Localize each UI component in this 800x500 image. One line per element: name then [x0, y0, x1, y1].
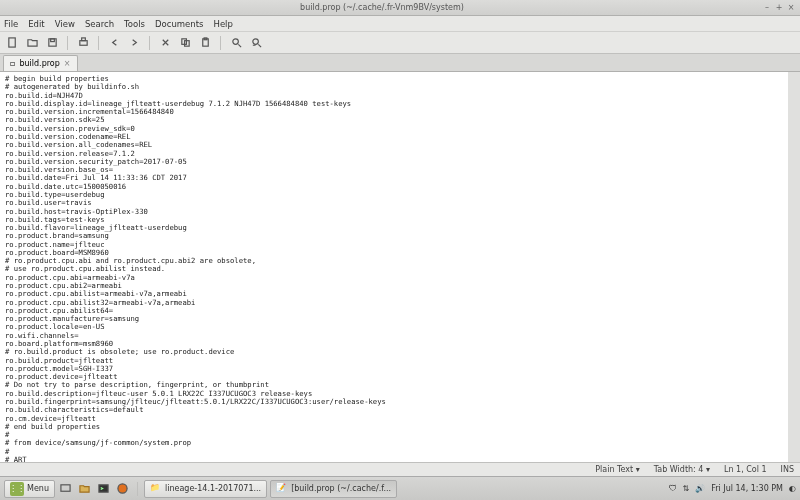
maximize-button[interactable]: + — [774, 3, 784, 13]
menu-tools[interactable]: Tools — [124, 19, 145, 29]
close-button[interactable]: × — [786, 3, 796, 13]
menu-search[interactable]: Search — [85, 19, 114, 29]
toolbar-separator — [98, 36, 99, 50]
editor-content[interactable]: # begin build properties # autogenerated… — [0, 72, 788, 462]
open-file-icon[interactable] — [24, 35, 40, 51]
system-tray: 🛡 ⇅ 🔊 Fri Jul 14, 1:30 PM ◐ — [669, 484, 796, 493]
tabwidth-selector[interactable]: Tab Width: 4 ▾ — [654, 465, 710, 474]
undo-icon[interactable] — [106, 35, 122, 51]
menu-view[interactable]: View — [55, 19, 75, 29]
statusbar: Plain Text ▾ Tab Width: 4 ▾ Ln 1, Col 1 … — [0, 462, 800, 476]
insert-mode: INS — [781, 465, 794, 474]
task-editor[interactable]: 📝 [build.prop (~/.cache/.f... — [270, 480, 397, 498]
find-replace-icon[interactable] — [248, 35, 264, 51]
menu-file[interactable]: File — [4, 19, 18, 29]
svg-rect-0 — [8, 38, 14, 47]
menu-button[interactable]: ⋮⋮ Menu — [4, 480, 55, 498]
files-icon[interactable] — [77, 481, 93, 497]
svg-rect-1 — [48, 39, 55, 46]
menu-edit[interactable]: Edit — [28, 19, 44, 29]
syntax-selector[interactable]: Plain Text ▾ — [595, 465, 640, 474]
menubar: File Edit View Search Tools Documents He… — [0, 16, 800, 32]
task-filemanager[interactable]: 📁 lineage-14.1-2017071... — [144, 480, 267, 498]
scrollbar-thumb[interactable] — [790, 74, 798, 104]
tab-bar: ▫ build.prop × — [0, 54, 800, 72]
firefox-icon[interactable] — [115, 481, 131, 497]
taskbar: ⋮⋮ Menu 📁 lineage-14.1-2017071... 📝 [bui… — [0, 476, 800, 500]
toolbar-separator — [67, 36, 68, 50]
cut-icon[interactable] — [157, 35, 173, 51]
clock[interactable]: Fri Jul 14, 1:30 PM — [711, 484, 783, 493]
menu-help[interactable]: Help — [214, 19, 233, 29]
tab-label: build.prop — [19, 59, 59, 68]
search-icon[interactable] — [228, 35, 244, 51]
print-icon[interactable] — [75, 35, 91, 51]
file-icon: ▫ — [10, 59, 15, 68]
minimize-button[interactable]: – — [762, 3, 772, 13]
svg-rect-3 — [79, 41, 86, 46]
network-icon[interactable]: ⇅ — [683, 484, 690, 493]
svg-rect-2 — [50, 39, 54, 42]
panel-separator — [137, 482, 138, 496]
window-title: build.prop (~/.cache/.fr-Vnm9BV/system) — [4, 3, 760, 12]
cursor-position: Ln 1, Col 1 — [724, 465, 767, 474]
terminal-icon[interactable] — [96, 481, 112, 497]
editor-area[interactable]: # begin build properties # autogenerated… — [0, 72, 800, 462]
svg-point-10 — [252, 39, 258, 45]
copy-icon[interactable] — [177, 35, 193, 51]
window-titlebar: build.prop (~/.cache/.fr-Vnm9BV/system) … — [0, 0, 800, 16]
svg-rect-11 — [61, 485, 70, 491]
mint-logo-icon: ⋮⋮ — [10, 482, 24, 496]
shield-icon[interactable]: 🛡 — [669, 484, 677, 493]
folder-icon: 📁 — [150, 483, 162, 495]
menu-label: Menu — [27, 484, 49, 493]
volume-icon[interactable]: 🔊 — [695, 484, 705, 493]
new-file-icon[interactable] — [4, 35, 20, 51]
svg-point-13 — [118, 484, 127, 493]
toolbar-separator — [220, 36, 221, 50]
task-label: lineage-14.1-2017071... — [165, 484, 261, 493]
tab-close-icon[interactable]: × — [64, 59, 71, 68]
redo-icon[interactable] — [126, 35, 142, 51]
tab-buildprop[interactable]: ▫ build.prop × — [3, 55, 78, 71]
editor-icon: 📝 — [276, 483, 288, 495]
svg-point-9 — [232, 39, 238, 45]
svg-rect-4 — [81, 38, 85, 41]
toolbar — [0, 32, 800, 54]
paste-icon[interactable] — [197, 35, 213, 51]
user-icon[interactable]: ◐ — [789, 484, 796, 493]
toolbar-separator — [149, 36, 150, 50]
menu-documents[interactable]: Documents — [155, 19, 203, 29]
task-label: [build.prop (~/.cache/.f... — [291, 484, 391, 493]
show-desktop-icon[interactable] — [58, 481, 74, 497]
save-icon[interactable] — [44, 35, 60, 51]
